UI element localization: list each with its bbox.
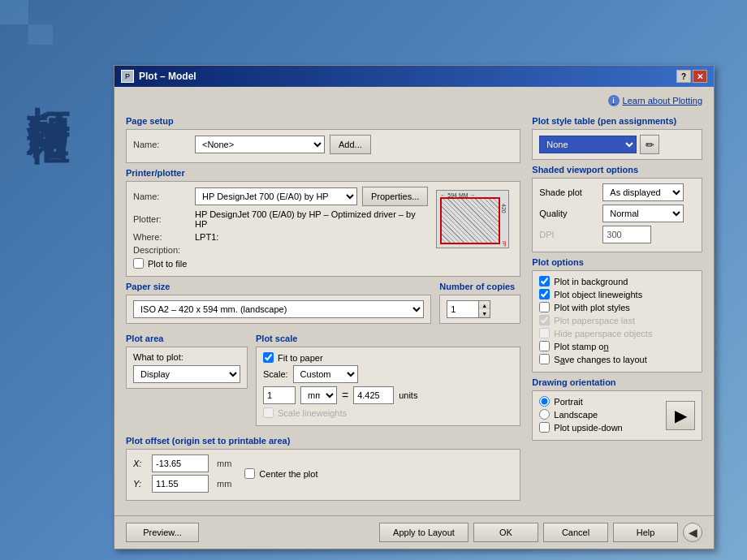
offset-xy: X: mm Y: mm [133, 454, 231, 495]
plot-styles-checkbox[interactable] [539, 302, 550, 312]
copies-spinner-btns: ▲ ▼ [479, 300, 490, 318]
plot-option-5: Plot stamp on [539, 341, 695, 351]
upside-down-checkbox[interactable] [539, 422, 550, 433]
x-mm-label: mm [217, 459, 231, 468]
center-plot-row: Center the plot [244, 468, 317, 479]
dialog-body: i Learn about Plotting Page setup Name: … [114, 87, 714, 515]
paper-size-label: Paper size [126, 282, 431, 291]
where-value: LPT1: [195, 232, 218, 242]
printer-name-select[interactable]: HP DesignJet 700 (E/A0) by HP [195, 187, 357, 205]
shaded-viewport-box: Shade plot As displayed Quality Normal D… [532, 178, 702, 252]
scale-unit-select[interactable]: mm [300, 386, 337, 404]
plot-stamp-checkbox[interactable] [539, 341, 550, 351]
page-setup-name-label: Name: [133, 140, 190, 149]
info-row: i Learn about Plotting [126, 95, 702, 111]
copies-box: ▲ ▼ [439, 295, 520, 324]
printer-name-row: Name: HP DesignJet 700 (E/A0) by HP Prop… [133, 187, 428, 206]
plot-option-3: Plot paperspace last [539, 315, 695, 325]
plot-options-box: Plot in background Plot object lineweigh… [532, 270, 702, 373]
plot-style-select[interactable]: None [539, 136, 637, 153]
ok-button[interactable]: OK [473, 523, 538, 542]
copies-input[interactable] [447, 300, 479, 318]
shade-plot-select[interactable]: As displayed [602, 183, 684, 201]
upside-down-row: Plot upside-down [539, 422, 622, 433]
scale-input1[interactable] [263, 386, 296, 404]
scale-values-row: mm = units [263, 386, 513, 404]
learn-plotting-link[interactable]: i Learn about Plotting [608, 95, 702, 106]
copies-spinner: ▲ ▼ [447, 300, 513, 318]
paper-size-select[interactable]: ISO A2 – 420 x 594 mm. (landscape) [133, 300, 424, 318]
x-coord-label: X: [133, 459, 145, 468]
help-titlebar-button[interactable]: ? [676, 70, 691, 83]
drawing-orientation-box: Portrait Landscape Plot upside-down [532, 390, 702, 441]
what-to-plot-select[interactable]: Display [133, 365, 240, 383]
add-button[interactable]: Add... [330, 135, 371, 154]
area-scale-row: Plot area What to plot: Display Plot sca… [126, 334, 520, 431]
plot-scale-section: Plot scale Fit to paper Scale: Custom [256, 334, 520, 431]
bottom-right-buttons: Apply to Layout OK Cancel Help ◀ [379, 523, 702, 542]
plot-style-table-box: None ✏ [532, 129, 702, 160]
plot-option-4: Hide paperspace objects [539, 328, 695, 338]
y-coord-label: Y: [133, 479, 145, 489]
x-offset-input[interactable] [152, 454, 209, 472]
printer-plotter-box: Name: HP DesignJet 700 (E/A0) by HP Prop… [126, 181, 520, 277]
scale-input2[interactable] [353, 386, 394, 404]
page-setup-name-select[interactable]: <None> [195, 136, 325, 153]
scale-input-row: Scale: Custom [263, 365, 513, 383]
plot-scale-box: Fit to paper Scale: Custom [256, 347, 520, 426]
paper-preview-container: ← 594 MM → 420 ╗ [436, 190, 513, 253]
plot-background-checkbox[interactable] [539, 276, 550, 286]
orientation-radios: Portrait Landscape Plot upside-down [539, 396, 622, 435]
properties-button[interactable]: Properties... [362, 187, 428, 206]
plot-to-file-label: Plot to file [148, 259, 187, 269]
center-plot-checkbox[interactable] [244, 468, 255, 479]
plot-offset-label: Plot offset (origin set to printable are… [126, 436, 520, 446]
page-setup-box: Name: <None> Add... [126, 129, 520, 163]
orientation-content: Portrait Landscape Plot upside-down [539, 396, 695, 435]
where-label: Where: [133, 232, 190, 242]
paper-right-label: 420 [501, 204, 507, 213]
plot-styles-label: Plot with plot styles [554, 303, 630, 312]
plot-lineweights-checkbox[interactable] [539, 289, 550, 299]
paper-preview: ← 594 MM → 420 ╗ [436, 190, 509, 248]
paper-inner [440, 197, 500, 244]
right-panel: Plot style table (pen assignments) None … [532, 116, 702, 506]
y-offset-input[interactable] [152, 475, 209, 493]
scale-select[interactable]: Custom [293, 365, 358, 383]
portrait-radio[interactable] [539, 396, 550, 407]
help-button[interactable]: Help [613, 523, 678, 542]
orientation-arrow-button[interactable]: ▶ [666, 401, 695, 430]
plot-area-label: Plot area [126, 334, 248, 343]
expand-button[interactable]: ◀ [683, 523, 702, 542]
landscape-label: Landscape [554, 410, 598, 420]
landscape-radio[interactable] [539, 409, 550, 420]
description-row: Description: [133, 245, 428, 255]
close-button[interactable]: ✕ [693, 70, 707, 83]
plotter-label: Plotter: [133, 214, 190, 224]
plot-option-2: Plot with plot styles [539, 302, 695, 312]
printer-content: Name: HP DesignJet 700 (E/A0) by HP Prop… [133, 187, 513, 271]
plot-to-file-row: Plot to file [133, 258, 428, 269]
cancel-button[interactable]: Cancel [543, 523, 608, 542]
fit-to-paper-checkbox[interactable] [263, 352, 274, 363]
apply-layout-button[interactable]: Apply to Layout [379, 523, 468, 542]
portrait-row: Portrait [539, 396, 622, 407]
plot-lineweights-label: Plot object lineweights [554, 290, 642, 299]
dialog-title: Plot – Model [139, 71, 196, 82]
copies-decrement[interactable]: ▼ [479, 309, 490, 317]
pencil-button[interactable]: ✏ [640, 135, 659, 154]
learn-plotting-text: Learn about Plotting [623, 96, 702, 106]
quality-select[interactable]: Normal [602, 205, 684, 222]
plot-to-file-checkbox[interactable] [133, 258, 144, 269]
printer-left: Name: HP DesignJet 700 (E/A0) by HP Prop… [133, 187, 428, 271]
copies-increment[interactable]: ▲ [479, 301, 490, 309]
plot-area-section: Plot area What to plot: Display [126, 334, 248, 394]
save-layout-checkbox[interactable] [539, 354, 550, 364]
shade-plot-label: Shade plot [539, 187, 598, 197]
titlebar: P Plot – Model ? ✕ [114, 66, 714, 87]
shaded-viewport-label: Shaded viewport options [532, 165, 702, 174]
preview-button[interactable]: Preview... [126, 523, 199, 542]
scale-units-label: units [399, 390, 417, 400]
titlebar-left: P Plot – Model [121, 70, 196, 83]
plot-style-row: None ✏ [539, 135, 695, 154]
